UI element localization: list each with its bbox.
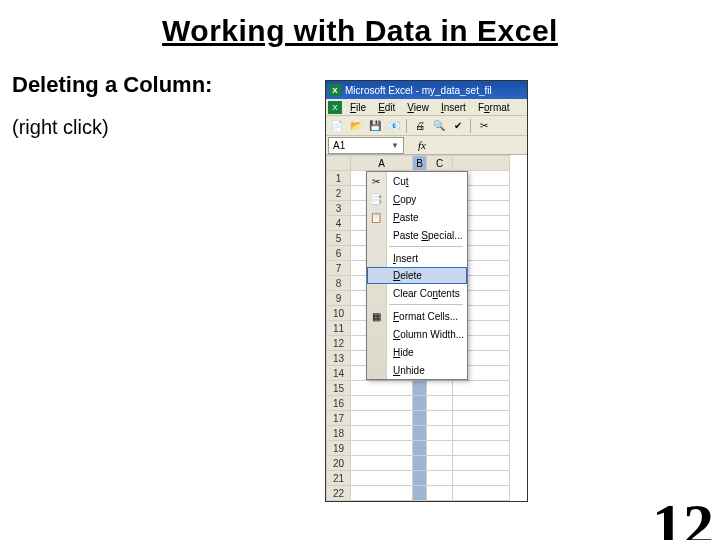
row-header[interactable]: 22	[327, 486, 351, 501]
row-header[interactable]: 5	[327, 231, 351, 246]
menu-view[interactable]: View	[401, 102, 435, 113]
row-header[interactable]: 15	[327, 381, 351, 396]
row-header[interactable]: 9	[327, 291, 351, 306]
print-icon[interactable]: 🖨	[412, 118, 427, 133]
row-header[interactable]: 12	[327, 336, 351, 351]
ctx-hide[interactable]: Hide	[367, 343, 467, 361]
ctx-insert[interactable]: Insert	[367, 249, 467, 267]
column-header-b-selected[interactable]: B	[413, 156, 427, 171]
new-icon[interactable]: 📄	[329, 118, 344, 133]
toolbar: 📄 📂 💾 📧 🖨 🔍 ✔ ✂	[326, 116, 527, 136]
row-header[interactable]: 14	[327, 366, 351, 381]
menu-file[interactable]: File	[344, 102, 372, 113]
row-header[interactable]: 8	[327, 276, 351, 291]
ctx-paste-label: Paste	[393, 212, 419, 223]
menu-insert[interactable]: Insert	[435, 102, 472, 113]
open-icon[interactable]: 📂	[348, 118, 363, 133]
ctx-paste-special[interactable]: Paste Special...	[367, 226, 467, 244]
slide-title: Working with Data in Excel	[0, 14, 720, 48]
ctx-column-width[interactable]: Column Width...	[367, 325, 467, 343]
ctx-clear-contents[interactable]: Clear Contents	[367, 284, 467, 302]
ctx-paste-special-label: Paste Special...	[393, 230, 463, 241]
row-header[interactable]: 13	[327, 351, 351, 366]
row-header[interactable]: 20	[327, 456, 351, 471]
ctx-unhide-label: Unhide	[393, 365, 425, 376]
ctx-delete-highlighted[interactable]: Delete	[367, 267, 467, 284]
row-header[interactable]: 2	[327, 186, 351, 201]
column-header-d[interactable]	[453, 156, 510, 171]
spelling-icon[interactable]: ✔	[450, 118, 465, 133]
row-header[interactable]: 21	[327, 471, 351, 486]
ctx-hide-label: Hide	[393, 347, 414, 358]
ctx-separator-2	[389, 304, 463, 305]
select-all-corner[interactable]	[327, 156, 351, 171]
ctx-clear-contents-label: Clear Contents	[393, 288, 460, 299]
row-header[interactable]: 7	[327, 261, 351, 276]
copy-icon: 📑	[369, 192, 383, 206]
print-preview-icon[interactable]: 🔍	[431, 118, 446, 133]
toolbar-separator	[406, 119, 407, 133]
row-header[interactable]: 16	[327, 396, 351, 411]
ctx-cut-label: Cut	[393, 176, 409, 187]
name-box-value: A1	[333, 140, 345, 151]
column-header-c[interactable]: C	[427, 156, 453, 171]
email-icon[interactable]: 📧	[386, 118, 401, 133]
ctx-separator	[389, 246, 463, 247]
row-header[interactable]: 10	[327, 306, 351, 321]
format-cells-icon: ▦	[369, 309, 383, 323]
page-number: 12	[652, 494, 714, 540]
row-header[interactable]: 11	[327, 321, 351, 336]
name-box[interactable]: A1 ▼	[328, 137, 404, 154]
menu-format[interactable]: Format	[472, 102, 516, 113]
ctx-column-width-label: Column Width...	[393, 329, 464, 340]
row-header[interactable]: 19	[327, 441, 351, 456]
ctx-cut[interactable]: ✂ Cut	[367, 172, 467, 190]
chevron-down-icon[interactable]: ▼	[391, 141, 399, 150]
row-header[interactable]: 18	[327, 426, 351, 441]
menu-edit[interactable]: Edit	[372, 102, 401, 113]
ctx-insert-label: Insert	[393, 253, 418, 264]
spreadsheet-grid: A B C 1 22 39 43 5 6 7 8 9 10 11 12 13 1…	[326, 155, 527, 501]
ctx-copy[interactable]: 📑 Copy	[367, 190, 467, 208]
fx-label[interactable]: fx	[418, 139, 426, 151]
menubar: X File Edit View Insert Format	[326, 99, 527, 116]
cut-icon[interactable]: ✂	[476, 118, 491, 133]
excel-screenshot: X Microsoft Excel - my_data_set_fil X Fi…	[325, 80, 528, 502]
ctx-copy-label: Copy	[393, 194, 416, 205]
row-header[interactable]: 6	[327, 246, 351, 261]
save-icon[interactable]: 💾	[367, 118, 382, 133]
column-header-a[interactable]: A	[351, 156, 413, 171]
excel-app-icon: X	[329, 84, 341, 96]
row-header[interactable]: 1	[327, 171, 351, 186]
context-menu: ✂ Cut 📑 Copy 📋 Paste Paste Special... In…	[366, 171, 468, 380]
ctx-delete-label: Delete	[393, 270, 422, 281]
window-titlebar: X Microsoft Excel - my_data_set_fil	[326, 81, 527, 99]
row-header[interactable]: 4	[327, 216, 351, 231]
row-header[interactable]: 17	[327, 411, 351, 426]
ctx-unhide[interactable]: Unhide	[367, 361, 467, 379]
row-header[interactable]: 3	[327, 201, 351, 216]
ctx-format-cells-label: Format Cells...	[393, 311, 458, 322]
paste-icon: 📋	[369, 210, 383, 224]
ctx-paste[interactable]: 📋 Paste	[367, 208, 467, 226]
workbook-control-icon[interactable]: X	[328, 101, 342, 114]
formula-bar: A1 ▼ fx	[326, 136, 527, 155]
toolbar-separator-2	[470, 119, 471, 133]
cut-icon: ✂	[369, 174, 383, 188]
window-title-text: Microsoft Excel - my_data_set_fil	[345, 85, 492, 96]
ctx-format-cells[interactable]: ▦ Format Cells...	[367, 307, 467, 325]
